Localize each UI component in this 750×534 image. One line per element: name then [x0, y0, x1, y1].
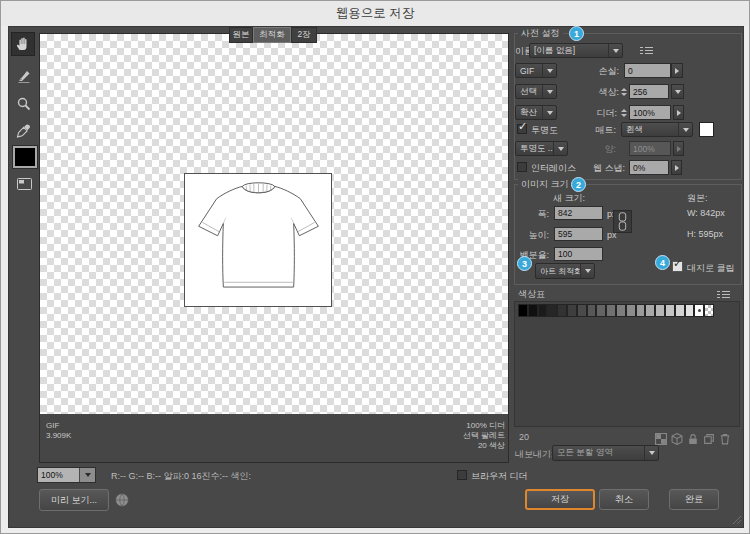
transparency-checkbox[interactable]	[517, 124, 527, 134]
slice-select-icon	[16, 68, 32, 84]
color-swatch[interactable]	[636, 304, 646, 317]
save-button[interactable]: 저장	[525, 489, 595, 510]
dither-method-value: 확산	[516, 106, 542, 119]
web-shift-cube-icon[interactable]	[671, 433, 683, 445]
transparency-dither-dropdown[interactable]: 투명도 ...	[515, 141, 568, 156]
color-count: 20	[519, 432, 529, 443]
color-swatch[interactable]	[606, 304, 616, 317]
map-transparency-icon[interactable]	[655, 433, 667, 445]
dither-stepper[interactable]	[619, 105, 628, 120]
image-size-group-label: 이미지 크기	[518, 178, 572, 190]
lossy-slider-button[interactable]	[671, 63, 683, 78]
palette-dropdown[interactable]: 선택	[515, 84, 557, 99]
height-input[interactable]: 595	[554, 227, 603, 241]
clip-to-artboard-label: 대지로 클립	[687, 263, 735, 274]
chevron-down-icon	[79, 468, 95, 482]
color-swatch[interactable]	[645, 304, 655, 317]
color-swatch[interactable]	[557, 304, 567, 317]
color-swatch[interactable]	[596, 304, 606, 317]
web-snap-input[interactable]: 0%	[629, 160, 669, 175]
lossy-label: 손실:	[598, 66, 619, 77]
hand-tool-button[interactable]	[11, 32, 35, 56]
amount-label: 양:	[604, 144, 616, 155]
interlaced-checkbox[interactable]	[517, 162, 527, 172]
amount-input: 100%	[629, 141, 671, 156]
preview-in-browser-button[interactable]: 미리 보기...	[39, 489, 109, 511]
width-label: 폭:	[537, 209, 549, 220]
preview-format-label: GIF	[46, 421, 59, 431]
web-snap-label: 웹 스냅:	[593, 163, 625, 174]
browser-globe-icon[interactable]	[114, 492, 130, 508]
slices-visibility-icon	[16, 177, 33, 191]
toggle-slices-visibility-button[interactable]	[12, 174, 36, 194]
dither-input[interactable]: 100%	[629, 105, 671, 120]
matte-dropdown[interactable]: 흰색	[621, 122, 693, 137]
artboard-image[interactable]	[184, 173, 332, 307]
new-color-icon[interactable]	[703, 433, 715, 445]
color-swatch[interactable]	[675, 304, 685, 317]
tab-2up[interactable]: 2장	[291, 27, 317, 43]
original-width: W: 842px	[687, 208, 725, 219]
clip-to-artboard-checkbox[interactable]	[672, 261, 683, 272]
colors-stepper[interactable]	[619, 84, 628, 99]
cancel-button[interactable]: 취소	[599, 489, 649, 510]
foreground-color-swatch[interactable]	[13, 146, 37, 168]
lossy-input[interactable]: 0	[624, 63, 671, 78]
preview-palette-info: 선택 팔레트	[331, 431, 505, 441]
color-swatch[interactable]	[655, 304, 665, 317]
tshirt-graphic	[192, 177, 325, 304]
done-button[interactable]: 완료	[669, 489, 719, 510]
preset-name-dropdown[interactable]: [이름 없음]	[529, 43, 623, 58]
slice-select-tool-button[interactable]	[12, 64, 36, 88]
eyedropper-tool-button[interactable]	[12, 119, 36, 143]
colors-dropdown-button[interactable]	[671, 84, 684, 99]
colors-input[interactable]: 256	[629, 84, 669, 99]
color-table-menu-icon[interactable]	[717, 290, 730, 300]
dither-slider-button[interactable]	[673, 105, 684, 120]
zoom-tool-button[interactable]	[12, 92, 36, 116]
percent-input[interactable]: 100	[554, 247, 603, 261]
color-swatch[interactable]	[567, 304, 577, 317]
dither-method-dropdown[interactable]: 확산	[515, 105, 557, 120]
tab-original-label: 원본	[233, 29, 250, 41]
matte-color-swatch[interactable]	[699, 122, 714, 137]
zoom-level-dropdown[interactable]: 100%	[37, 467, 96, 483]
preset-menu-icon[interactable]	[640, 46, 653, 56]
color-swatch[interactable]	[665, 304, 675, 317]
color-swatch[interactable]	[616, 304, 626, 317]
resize-grip[interactable]	[732, 515, 742, 525]
callout-badge-2: 2	[571, 177, 586, 192]
color-swatch[interactable]	[528, 304, 538, 317]
color-swatch[interactable]	[587, 304, 597, 317]
color-swatch[interactable]	[626, 304, 636, 317]
amount-slider-button	[673, 141, 684, 156]
trash-icon[interactable]	[719, 433, 731, 445]
color-swatch[interactable]	[694, 304, 704, 317]
tab-optimized-label: 최적화	[259, 29, 285, 41]
dither-label: 디더:	[596, 108, 617, 119]
hand-icon	[15, 36, 31, 52]
save-button-label: 저장	[551, 493, 569, 506]
color-swatch[interactable]	[577, 304, 587, 317]
quality-value: 아트 최적화	[536, 264, 580, 278]
color-table-area[interactable]	[514, 301, 740, 427]
web-snap-slider-button[interactable]	[671, 160, 682, 175]
title-bar: 웹용으로 저장	[1, 1, 749, 26]
color-swatch[interactable]	[518, 304, 528, 317]
tab-original[interactable]: 원본	[229, 27, 253, 43]
format-dropdown[interactable]: GIF	[515, 63, 557, 78]
height-unit: px	[607, 230, 617, 241]
preview-file-size: 3.909K	[46, 431, 71, 441]
lock-color-icon[interactable]	[687, 433, 699, 445]
quality-dropdown[interactable]: 아트 최적화	[535, 263, 595, 279]
tab-optimized[interactable]: 최적화	[253, 27, 291, 43]
save-for-web-window: 웹용으로 저장 원본 최적화	[0, 0, 750, 534]
preset-group-label: 사전 설정	[518, 27, 563, 39]
color-swatch[interactable]	[547, 304, 557, 317]
color-swatch[interactable]	[685, 304, 695, 317]
export-dropdown[interactable]: 모든 분할 영역	[552, 445, 659, 461]
color-swatch[interactable]	[538, 304, 548, 317]
browser-dither-checkbox[interactable]	[457, 470, 467, 480]
color-swatch[interactable]	[704, 304, 714, 317]
width-input[interactable]: 842	[554, 206, 603, 220]
